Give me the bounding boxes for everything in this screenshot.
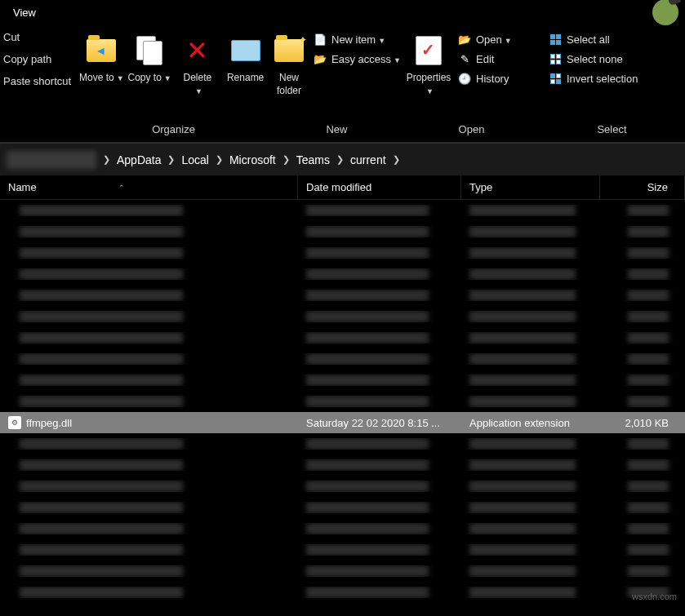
history-icon: 🕘 [458, 72, 471, 85]
file-row-redacted[interactable] [0, 497, 685, 518]
ribbon: Cut Copy path Paste shortcut Move to▼ Co… [0, 24, 685, 143]
file-type: Application extension [461, 417, 600, 429]
open-icon: 📂 [458, 33, 471, 46]
file-row-redacted[interactable] [0, 348, 685, 370]
chevron-right-icon[interactable]: ❯ [167, 154, 175, 165]
file-row-redacted[interactable] [0, 582, 685, 603]
watermark: wsxdn.com [632, 592, 677, 601]
copy-to-button[interactable]: Copy to▼ [126, 29, 174, 88]
select-all-icon [549, 33, 562, 46]
documents-icon [131, 33, 167, 69]
delete-button[interactable]: ✕ Delete▼ [174, 29, 222, 100]
easy-access-button[interactable]: 📂 Easy access▼ [309, 49, 415, 69]
chevron-right-icon[interactable]: ❯ [282, 154, 290, 165]
menubar: View [0, 0, 685, 24]
open-button[interactable]: 📂 Open▼ [453, 29, 531, 49]
sort-indicator-icon: ⌃ [118, 184, 125, 192]
ribbon-new: ✦ New folder 📄 New item▼ 📂 Easy access▼ … [269, 24, 404, 142]
edit-button[interactable]: ✎ Edit [453, 49, 531, 69]
easy-access-icon: 📂 [314, 52, 327, 65]
chevron-down-icon: ▼ [394, 56, 401, 64]
cut-button[interactable]: Cut [3, 29, 74, 45]
breadcrumb-item[interactable]: Microsoft [229, 153, 276, 166]
file-row-redacted[interactable] [0, 306, 685, 327]
paste-shortcut-button[interactable]: Paste shortcut [3, 73, 74, 89]
file-row-redacted[interactable] [0, 370, 685, 391]
new-folder-icon: ✦ [271, 33, 307, 69]
file-row-redacted[interactable] [0, 285, 685, 306]
chevron-right-icon[interactable]: ❯ [336, 154, 344, 165]
select-none-icon [549, 52, 562, 65]
breadcrumb-item[interactable]: Local [181, 153, 208, 166]
file-row-redacted[interactable] [0, 242, 685, 264]
copy-path-button[interactable]: Copy path [3, 51, 74, 67]
group-label-new: New [269, 118, 404, 142]
file-row-selected[interactable]: ⚙ffmpeg.dllSaturday 22 02 2020 8:15 ...A… [0, 412, 685, 433]
chevron-down-icon: ▼ [426, 87, 434, 95]
file-name: ffmpeg.dll [26, 417, 72, 429]
ribbon-organize: Move to▼ Copy to▼ ✕ Delete▼ Rename Organ… [78, 24, 269, 142]
history-button[interactable]: 🕘 History [453, 69, 531, 88]
header-size[interactable]: Size [600, 175, 685, 199]
file-row-redacted[interactable] [0, 391, 685, 412]
invert-selection-button[interactable]: Invert selection [544, 69, 650, 88]
move-to-button[interactable]: Move to▼ [78, 29, 126, 88]
file-row-redacted[interactable] [0, 200, 685, 221]
properties-icon [411, 33, 447, 69]
file-row-redacted[interactable] [0, 433, 685, 454]
chevron-down-icon: ▼ [117, 74, 124, 82]
chevron-right-icon[interactable]: ❯ [216, 154, 223, 165]
invert-selection-icon [549, 72, 562, 85]
ribbon-select: Select all Select none Invert selection … [539, 24, 685, 142]
new-folder-button[interactable]: ✦ New folder [269, 29, 309, 100]
file-row-redacted[interactable] [0, 518, 685, 539]
file-size: 2,010 KB [600, 417, 685, 429]
file-date: Saturday 22 02 2020 8:15 ... [298, 417, 461, 429]
chevron-right-icon[interactable]: ❯ [103, 154, 110, 165]
chevron-down-icon: ▼ [505, 37, 512, 45]
ribbon-clipboard: Cut Copy path Paste shortcut [0, 24, 78, 142]
select-small-buttons: Select all Select none Invert selection [539, 29, 650, 88]
properties-button[interactable]: Properties▼ [404, 29, 453, 100]
chevron-down-icon: ▼ [195, 87, 202, 95]
file-row-redacted[interactable] [0, 476, 685, 497]
group-label-organize: Organize [78, 118, 269, 142]
delete-x-icon: ✕ [180, 33, 216, 69]
header-date[interactable]: Date modified [298, 175, 461, 199]
mascot-icon [652, 0, 678, 25]
file-row-redacted[interactable] [0, 539, 685, 561]
breadcrumb[interactable]: ❯ AppData ❯ Local ❯ Microsoft ❯ Teams ❯ … [0, 143, 685, 175]
file-row-redacted[interactable] [0, 221, 685, 242]
header-type[interactable]: Type [461, 175, 600, 199]
new-item-icon: 📄 [314, 33, 327, 46]
edit-icon: ✎ [458, 52, 471, 65]
group-label-open: Open [404, 118, 539, 142]
dll-file-icon: ⚙ [8, 416, 21, 429]
breadcrumb-item[interactable]: current [350, 153, 386, 166]
new-item-button[interactable]: 📄 New item▼ [309, 29, 415, 49]
file-row-redacted[interactable] [0, 264, 685, 285]
open-small-buttons: 📂 Open▼ ✎ Edit 🕘 History [453, 29, 531, 88]
rename-icon [228, 33, 264, 69]
header-name[interactable]: Name⌃ [0, 175, 298, 199]
file-row-redacted[interactable] [0, 454, 685, 476]
file-list[interactable]: ⚙ffmpeg.dllSaturday 22 02 2020 8:15 ...A… [0, 200, 685, 603]
file-row-redacted[interactable] [0, 561, 685, 582]
rename-button[interactable]: Rename [221, 29, 269, 88]
breadcrumb-item[interactable]: Teams [296, 153, 330, 166]
menu-view[interactable]: View [7, 3, 42, 22]
select-none-button[interactable]: Select none [544, 49, 650, 69]
ribbon-open: Properties▼ 📂 Open▼ ✎ Edit 🕘 History Ope… [404, 24, 539, 142]
column-headers: Name⌃ Date modified Type Size [0, 175, 685, 200]
file-row-redacted[interactable] [0, 327, 685, 348]
folder-arrow-icon [83, 33, 119, 69]
breadcrumb-item[interactable]: AppData [117, 153, 161, 166]
chevron-down-icon: ▼ [378, 37, 385, 45]
select-all-button[interactable]: Select all [544, 29, 650, 49]
group-label-select: Select [539, 118, 685, 142]
breadcrumb-redacted [7, 151, 96, 169]
new-small-buttons: 📄 New item▼ 📂 Easy access▼ [309, 29, 415, 69]
chevron-down-icon: ▼ [164, 74, 171, 82]
chevron-right-icon[interactable]: ❯ [393, 154, 400, 165]
